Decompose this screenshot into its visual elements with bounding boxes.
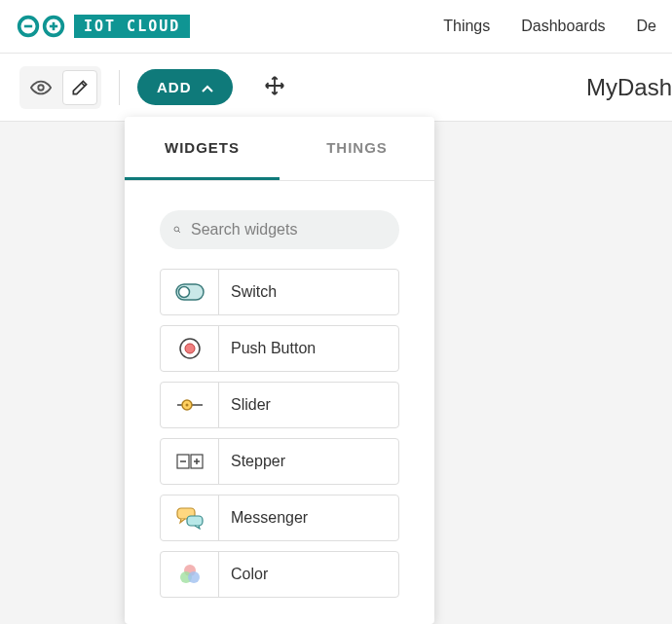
svg-rect-21: [187, 516, 203, 526]
edit-mode-button[interactable]: [62, 70, 97, 105]
color-icon: [161, 552, 219, 597]
toolbar: ADD MyDash: [0, 54, 672, 122]
add-button-label: ADD: [157, 79, 192, 95]
svg-point-5: [38, 85, 44, 91]
move-button[interactable]: [258, 69, 291, 105]
push-button-icon: [161, 326, 219, 371]
svg-line-7: [178, 231, 180, 233]
search-icon: [173, 220, 181, 239]
widget-item-slider[interactable]: Slider: [160, 382, 399, 428]
tab-widgets[interactable]: WIDGETS: [125, 117, 280, 180]
topbar: IOT CLOUD Things Dashboards De: [0, 0, 672, 54]
widget-label: Messenger: [219, 509, 308, 527]
widget-label: Stepper: [219, 453, 285, 470]
view-mode-button[interactable]: [23, 70, 58, 105]
brand-logo[interactable]: IOT CLOUD: [16, 12, 190, 41]
widget-label: Color: [219, 566, 268, 583]
widget-item-push-button[interactable]: Push Button: [160, 325, 399, 372]
search-input[interactable]: [191, 221, 386, 239]
messenger-icon: [161, 496, 219, 540]
eye-icon: [30, 77, 52, 98]
nav-de[interactable]: De: [637, 18, 656, 35]
dropdown-tabs: WIDGETS THINGS: [125, 117, 434, 181]
widget-item-color[interactable]: Color: [160, 551, 399, 598]
nav-dashboards[interactable]: Dashboards: [521, 18, 605, 35]
switch-icon: [161, 270, 219, 314]
search-wrap: [125, 181, 434, 269]
add-dropdown: WIDGETS THINGS Switch Push Button Slider: [125, 117, 434, 624]
arduino-logo-icon: [16, 12, 66, 41]
svg-point-9: [178, 287, 189, 298]
slider-icon: [161, 383, 219, 427]
view-mode-toggle: [19, 66, 101, 109]
widget-item-switch[interactable]: Switch: [160, 269, 399, 315]
search-field[interactable]: [160, 210, 399, 249]
nav-things[interactable]: Things: [443, 18, 490, 35]
widget-label: Push Button: [219, 340, 316, 357]
widget-item-stepper[interactable]: Stepper: [160, 438, 399, 485]
add-button[interactable]: ADD: [137, 69, 233, 105]
svg-point-11: [185, 344, 195, 353]
move-icon: [264, 75, 285, 96]
svg-point-6: [174, 227, 179, 232]
stepper-icon: [161, 439, 219, 484]
widget-label: Switch: [219, 283, 277, 301]
main-nav: Things Dashboards De: [443, 18, 656, 35]
widget-item-messenger[interactable]: Messenger: [160, 495, 399, 541]
widget-label: Slider: [219, 396, 271, 414]
tab-things[interactable]: THINGS: [280, 117, 434, 180]
chevron-up-icon: [202, 79, 213, 95]
pencil-icon: [70, 78, 90, 97]
svg-point-14: [185, 404, 188, 407]
svg-point-24: [188, 571, 200, 583]
toolbar-divider: [119, 70, 120, 105]
widget-list[interactable]: Switch Push Button Slider Stepper Messen: [125, 269, 434, 624]
brand-badge: IOT CLOUD: [74, 15, 190, 38]
dashboard-title: MyDash: [586, 74, 672, 101]
